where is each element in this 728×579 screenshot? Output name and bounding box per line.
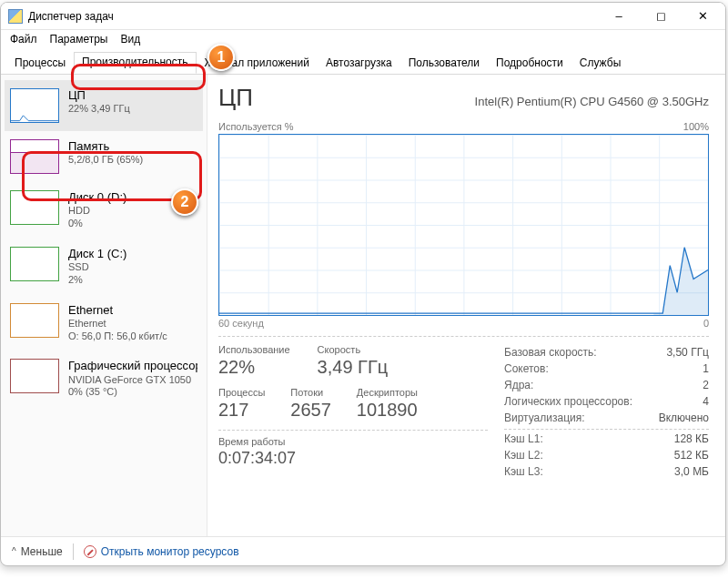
tab-startup[interactable]: Автозагрузка [318, 53, 400, 75]
sockets-value: 1 [703, 362, 709, 375]
disk1-thumb [10, 247, 59, 281]
logical-value: 4 [703, 395, 709, 408]
footer-separator [73, 543, 74, 560]
tab-users[interactable]: Пользователи [400, 53, 488, 75]
handles-value: 101890 [357, 400, 418, 421]
disk0-thumb [10, 190, 59, 225]
uptime-label: Время работы [218, 430, 488, 447]
l2-value: 512 КБ [674, 449, 709, 462]
menu-options[interactable]: Параметры [45, 32, 114, 46]
l1-value: 128 КБ [674, 432, 709, 445]
open-resource-monitor-label: Открыть монитор ресурсов [101, 545, 239, 558]
minimize-button[interactable]: – [598, 3, 640, 30]
virt-value: Включено [659, 411, 709, 424]
sidebar-item-sub2: 2% [68, 274, 126, 287]
performance-sidebar: ЦП 22% 3,49 ГГц Память 5,2/8,0 ГБ (65%) … [1, 75, 207, 536]
memory-thumb [10, 139, 59, 174]
window-title: Диспетчер задач [28, 10, 598, 23]
sidebar-item-memory[interactable]: Память 5,2/8,0 ГБ (65%) [5, 131, 203, 182]
tab-performance[interactable]: Производительность [74, 52, 196, 74]
base-speed-value: 3,50 ГГц [666, 346, 709, 359]
cpu-spec: Intel(R) Pentium(R) CPU G4560 @ 3.50GHz [475, 95, 709, 108]
sidebar-item-label: Ethernet [68, 303, 167, 318]
usage-label: Использование [218, 344, 290, 355]
virt-label: Виртуализация: [504, 411, 585, 424]
sidebar-item-sub: 5,2/8,0 ГБ (65%) [68, 154, 143, 167]
logical-label: Логических процессоров: [504, 395, 632, 408]
eth-thumb [10, 303, 59, 338]
uptime-value: 0:07:34:07 [218, 449, 488, 468]
close-button[interactable]: ✕ [682, 3, 723, 30]
detail-title: ЦП [218, 84, 253, 112]
tab-services[interactable]: Службы [571, 53, 629, 75]
content-area: ЦП 22% 3,49 ГГц Память 5,2/8,0 ГБ (65%) … [1, 75, 725, 536]
app-icon [8, 9, 23, 24]
tab-details[interactable]: Подробности [488, 53, 571, 75]
gpu-thumb [10, 359, 59, 393]
cpu-thumb [10, 88, 59, 123]
resource-monitor-icon [84, 545, 96, 558]
processes-value: 217 [218, 400, 265, 421]
speed-value: 3,49 ГГц [318, 357, 389, 378]
base-speed-label: Базовая скорость: [504, 346, 597, 359]
chart-label-br: 0 [703, 318, 709, 329]
cpu-usage-chart [218, 134, 709, 316]
callout-2: 2 [171, 188, 198, 216]
speed-label: Скорость [318, 344, 389, 355]
threads-label: Потоки [290, 387, 331, 398]
footer: ^ Меньше Открыть монитор ресурсов [1, 536, 725, 565]
sidebar-item-sub: 22% 3,49 ГГц [68, 103, 130, 116]
sidebar-item-gpu[interactable]: Графический процессор 0 NVIDIA GeForce G… [5, 350, 203, 407]
cores-value: 2 [703, 379, 709, 391]
sidebar-item-disk1[interactable]: Диск 1 (C:) SSD 2% [5, 239, 203, 295]
usage-value: 22% [218, 357, 290, 378]
l2-label: Кэш L2: [504, 449, 543, 462]
maximize-button[interactable]: ◻ [640, 3, 682, 30]
sidebar-item-label: Графический процессор 0 [68, 359, 197, 373]
stats-grid: Использование 22% Скорость 3,49 ГГц Проц… [218, 336, 709, 531]
sidebar-item-sub2: 0% [68, 218, 126, 230]
fewer-details-label: Меньше [21, 545, 63, 558]
menu-view[interactable]: Вид [115, 32, 146, 46]
tabs-bar: Процессы Производительность Журнал прило… [1, 48, 725, 75]
sidebar-item-cpu[interactable]: ЦП 22% 3,49 ГГц [5, 80, 203, 131]
sidebar-item-sub2: О: 56,0 П: 56,0 кбит/с [68, 330, 167, 343]
l3-value: 3,0 МБ [674, 465, 709, 478]
chart-label-bl: 60 секунд [218, 318, 264, 329]
sidebar-item-ethernet[interactable]: Ethernet Ethernet О: 56,0 П: 56,0 кбит/с [5, 295, 203, 351]
sidebar-item-sub: Ethernet [68, 318, 167, 330]
menu-file[interactable]: Файл [5, 32, 43, 46]
l3-label: Кэш L3: [504, 465, 543, 478]
handles-label: Дескрипторы [357, 387, 418, 398]
threads-value: 2657 [290, 400, 331, 421]
open-resource-monitor-link[interactable]: Открыть монитор ресурсов [84, 545, 239, 558]
chart-label-tl: Используется % [218, 121, 294, 132]
details-pane: ЦП Intel(R) Pentium(R) CPU G4560 @ 3.50G… [207, 75, 725, 536]
menu-bar: Файл Параметры Вид [1, 30, 725, 48]
tab-processes[interactable]: Процессы [6, 53, 74, 75]
l1-label: Кэш L1: [504, 432, 543, 445]
processes-label: Процессы [218, 387, 265, 398]
cores-label: Ядра: [504, 379, 533, 391]
sidebar-item-sub: HDD [68, 205, 126, 218]
sockets-label: Сокетов: [504, 362, 549, 375]
sidebar-item-label: Диск 0 (D:) [68, 190, 126, 205]
sidebar-item-sub2: 0% (35 °C) [68, 386, 197, 399]
callout-1: 1 [207, 44, 235, 71]
task-manager-window: Диспетчер задач – ◻ ✕ Файл Параметры Вид… [0, 2, 726, 566]
chevron-up-icon: ^ [12, 546, 16, 556]
sidebar-item-label: ЦП [68, 88, 130, 103]
sidebar-item-sub: NVIDIA GeForce GTX 1050 [68, 374, 197, 387]
chart-label-tr: 100% [683, 121, 709, 132]
sidebar-item-sub: SSD [68, 261, 126, 274]
fewer-details-button[interactable]: ^ Меньше [12, 545, 63, 558]
titlebar: Диспетчер задач – ◻ ✕ [1, 3, 725, 30]
sidebar-item-label: Диск 1 (C:) [68, 247, 126, 261]
sidebar-item-label: Память [68, 139, 143, 154]
